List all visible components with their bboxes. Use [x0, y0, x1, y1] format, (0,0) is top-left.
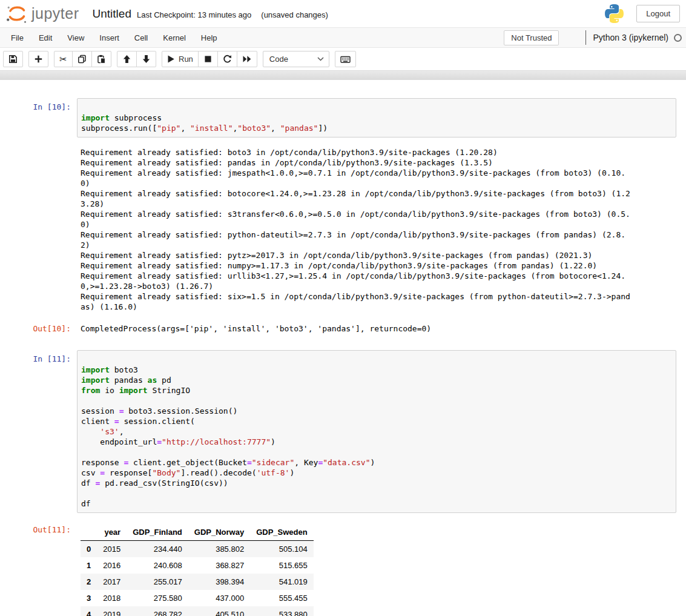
stream-line: Requirement already satisfied: jmespath<…: [77, 168, 676, 178]
stream-line: Requirement already satisfied: numpy>=1.…: [77, 260, 676, 271]
jupyter-logo-text: jupyter: [31, 5, 79, 22]
stream-line: 2): [77, 240, 676, 250]
code-cell: In [11]: import boto3import pandas as pd…: [0, 350, 676, 616]
cell-type-dropdown[interactable]: Code: [263, 51, 329, 67]
save-button[interactable]: [3, 51, 23, 67]
result-output-row: Out[11]:yearGDP_FinlandGDP_NorwayGDP_Swe…: [0, 521, 676, 616]
notebook-header: jupyter Untitled Last Checkpoint: 13 min…: [0, 0, 686, 28]
dataframe-col-header: GDP_Finland: [127, 524, 188, 541]
interrupt-kernel-button[interactable]: [198, 51, 218, 67]
code-line: csv = response["Body"].read().decode('ut…: [81, 468, 673, 478]
dataframe-value-cell: 240.608: [127, 557, 188, 574]
menu-item-edit[interactable]: Edit: [32, 29, 59, 47]
menu-item-cell[interactable]: Cell: [128, 29, 154, 47]
dataframe-index-cell: 0: [81, 541, 97, 558]
notebook-title[interactable]: Untitled: [93, 7, 131, 21]
stream-line: Requirement already satisfied: urllib3<1…: [77, 271, 676, 281]
dataframe-value-cell: 2018: [97, 590, 127, 606]
menu-item-insert[interactable]: Insert: [93, 29, 126, 47]
code-line: import boto3: [81, 365, 673, 375]
menu-item-file[interactable]: File: [4, 29, 30, 47]
dataframe-value-cell: 505.104: [250, 541, 314, 558]
code-line: import subprocess: [81, 113, 673, 123]
result-output-row: Out[10]:CompletedProcess(args=['pip', 'i…: [0, 320, 676, 334]
code-line: from io import StringIO: [81, 385, 673, 396]
toolbar: ✂: [0, 48, 686, 70]
dataframe-value-cell: 268.782: [127, 606, 188, 616]
checkpoint-status: Last Checkpoint: 13 minutes ago: [137, 10, 251, 19]
logout-button[interactable]: Logout: [636, 5, 680, 22]
menu-items: FileEditViewInsertCellKernelHelp: [4, 32, 226, 43]
dataframe-index-cell: 1: [81, 557, 97, 574]
restart-kernel-button[interactable]: [217, 51, 237, 67]
dataframe-value-cell: 275.580: [127, 590, 188, 606]
header-shadow-band: [0, 70, 686, 80]
dataframe-value-cell: 385.802: [188, 541, 250, 558]
move-cell-down-button[interactable]: [136, 51, 156, 67]
jupyter-logo[interactable]: jupyter: [5, 2, 79, 26]
cut-cell-button[interactable]: ✂: [54, 51, 73, 67]
stream-line: Requirement already satisfied: python-da…: [77, 230, 676, 240]
restart-run-all-button[interactable]: [237, 51, 257, 67]
table-row: 12016240.608368.827515.655: [81, 557, 314, 574]
dataframe-value-cell: 2019: [97, 606, 127, 616]
menu-item-view[interactable]: View: [61, 29, 91, 47]
kernel-name: Python 3 (ipykernel): [593, 33, 668, 42]
dataframe-value-cell: 515.655: [250, 557, 314, 574]
menu-item-help[interactable]: Help: [194, 29, 224, 47]
stream-line: Requirement already satisfied: pandas in…: [77, 157, 676, 168]
stream-line: 3.28): [77, 199, 676, 209]
stream-line: Requirement already satisfied: botocore<…: [77, 188, 676, 199]
unsaved-changes-status: (unsaved changes): [261, 10, 328, 19]
stream-output: Requirement already satisfied: boto3 in …: [77, 147, 676, 312]
not-trusted-badge[interactable]: Not Trusted: [504, 30, 559, 45]
paste-cell-button[interactable]: [91, 51, 111, 67]
output-prompt: Out[10]:: [0, 320, 71, 334]
code-cell: In [10]: import subprocesssubprocess.run…: [0, 98, 676, 334]
arrow-up-icon: [122, 55, 131, 64]
save-icon: [8, 55, 18, 64]
dataframe-value-cell: 255.017: [127, 574, 188, 590]
command-palette-button[interactable]: [335, 51, 356, 67]
dataframe-value-cell: 533.880: [250, 606, 314, 616]
dataframe-value-cell: 555.455: [250, 590, 314, 606]
code-editor[interactable]: import subprocesssubprocess.run(["pip", …: [77, 98, 676, 137]
dataframe-value-cell: 541.019: [250, 574, 314, 590]
stream-line: Requirement already satisfied: pytz>=201…: [77, 250, 676, 260]
result-output: yearGDP_FinlandGDP_NorwayGDP_Sweden02015…: [77, 521, 676, 616]
run-cell-button[interactable]: Run: [162, 51, 199, 67]
dataframe-value-cell: 2017: [97, 574, 127, 590]
run-button-label: Run: [179, 55, 193, 64]
dataframe-value-cell: 437.000: [188, 590, 250, 606]
stream-line: as) (1.16.0): [77, 302, 676, 312]
output-prompt: Out[11]:: [0, 521, 71, 535]
code-line: [81, 488, 673, 498]
empty-prompt: [0, 147, 71, 151]
table-row: 42019268.782405.510533.880: [81, 606, 314, 616]
jupyter-logo-icon: [5, 2, 29, 26]
cell-input-row: In [11]: import boto3import pandas as pd…: [0, 350, 676, 513]
result-text: CompletedProcess(args=['pip', 'install',…: [77, 320, 676, 334]
cell-input-row: In [10]: import subprocesssubprocess.run…: [0, 98, 676, 137]
table-row: 02015234.440385.802505.104: [81, 541, 314, 558]
copy-cell-button[interactable]: [72, 51, 92, 67]
paste-icon: [97, 55, 106, 64]
code-line: df: [81, 498, 673, 509]
code-line: client = session.client(: [81, 416, 673, 426]
stream-line: 0,>=1.23.28->boto3) (1.26.7): [77, 281, 676, 291]
code-editor[interactable]: import boto3import pandas as pdfrom io i…: [77, 350, 676, 513]
code-line: session = boto3.session.Session(): [81, 406, 673, 416]
restart-icon: [223, 55, 232, 64]
code-line: 's3',: [81, 426, 673, 437]
menu-item-kernel[interactable]: Kernel: [156, 29, 193, 47]
table-row: 32018275.580437.000555.455: [81, 590, 314, 606]
code-line: [81, 354, 673, 365]
move-cell-up-button[interactable]: [117, 51, 137, 67]
dataframe-value-cell: 398.394: [188, 574, 250, 590]
dataframe-index-cell: 2: [81, 574, 97, 590]
add-cell-button[interactable]: [28, 51, 48, 67]
dataframe-index-cell: 4: [81, 606, 97, 616]
scissors-icon: ✂: [59, 55, 67, 64]
stream-output-row: Requirement already satisfied: boto3 in …: [0, 147, 676, 312]
keyboard-icon: [340, 55, 351, 64]
